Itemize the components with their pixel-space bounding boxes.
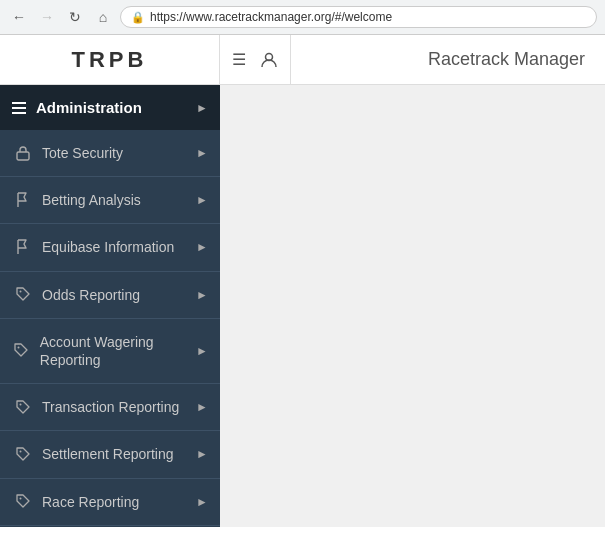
betting-analysis-label: Betting Analysis bbox=[42, 191, 141, 209]
odds-reporting-label: Odds Reporting bbox=[42, 286, 140, 304]
lock-icon bbox=[14, 144, 32, 162]
menu-icon bbox=[12, 102, 26, 114]
sidebar-item-tote-security[interactable]: Tote Security ► bbox=[0, 130, 220, 177]
tag-icon bbox=[14, 445, 32, 463]
svg-point-5 bbox=[19, 450, 21, 452]
sidebar-item-left: Tote Security bbox=[14, 144, 123, 162]
sidebar: Administration ► Tote Security ► bbox=[0, 85, 220, 527]
administration-label: Administration bbox=[36, 99, 142, 116]
svg-point-4 bbox=[19, 403, 21, 405]
flag-icon bbox=[14, 238, 32, 256]
browser-chrome: ← → ↻ ⌂ 🔒 https://www.racetrackmanager.o… bbox=[0, 0, 605, 35]
svg-point-3 bbox=[18, 347, 20, 349]
sidebar-item-settlement-reporting[interactable]: Settlement Reporting ► bbox=[0, 431, 220, 478]
address-bar[interactable]: 🔒 https://www.racetrackmanager.org/#/wel… bbox=[120, 6, 597, 28]
main-content: Administration ► Tote Security ► bbox=[0, 85, 605, 527]
content-area bbox=[220, 85, 605, 527]
app-container: TRPB ☰ Racetrack Manager bbox=[0, 35, 605, 527]
chevron-right-icon: ► bbox=[196, 495, 208, 509]
sidebar-header-left: Administration bbox=[12, 99, 142, 116]
account-wagering-reporting-label: Account Wagering Reporting bbox=[40, 333, 196, 369]
logo: TRPB bbox=[0, 35, 220, 84]
svg-rect-1 bbox=[17, 152, 29, 160]
sidebar-item-left: Transaction Reporting bbox=[14, 398, 179, 416]
svg-point-6 bbox=[19, 498, 21, 500]
transaction-reporting-label: Transaction Reporting bbox=[42, 398, 179, 416]
sidebar-item-equibase-information[interactable]: Equibase Information ► bbox=[0, 224, 220, 271]
app-title: Racetrack Manager bbox=[428, 49, 585, 70]
settlement-reporting-label: Settlement Reporting bbox=[42, 445, 174, 463]
chevron-right-icon: ► bbox=[196, 447, 208, 461]
url-text: https://www.racetrackmanager.org/#/welco… bbox=[150, 10, 392, 24]
equibase-information-label: Equibase Information bbox=[42, 238, 174, 256]
back-button[interactable]: ← bbox=[8, 6, 30, 28]
chevron-right-icon: ► bbox=[196, 240, 208, 254]
chevron-right-icon: ► bbox=[196, 400, 208, 414]
tag-icon bbox=[14, 342, 30, 360]
sidebar-item-left: Race Reporting bbox=[14, 493, 139, 511]
svg-point-2 bbox=[19, 291, 21, 293]
sidebar-item-odds-reporting[interactable]: Odds Reporting ► bbox=[0, 272, 220, 319]
tag-icon bbox=[14, 286, 32, 304]
header-icons: ☰ bbox=[220, 35, 291, 84]
tag-icon bbox=[14, 398, 32, 416]
chevron-right-icon: ► bbox=[196, 193, 208, 207]
sidebar-item-left: Account Wagering Reporting bbox=[14, 333, 196, 369]
sidebar-item-race-reporting[interactable]: Race Reporting ► bbox=[0, 479, 220, 526]
forward-button[interactable]: → bbox=[36, 6, 58, 28]
chevron-right-icon: ► bbox=[196, 288, 208, 302]
sidebar-item-left: Settlement Reporting bbox=[14, 445, 174, 463]
browser-toolbar: ← → ↻ ⌂ 🔒 https://www.racetrackmanager.o… bbox=[0, 0, 605, 34]
tag-icon bbox=[14, 493, 32, 511]
chevron-right-icon: ► bbox=[196, 101, 208, 115]
flag-icon bbox=[14, 191, 32, 209]
race-reporting-label: Race Reporting bbox=[42, 493, 139, 511]
sidebar-item-betting-analysis[interactable]: Betting Analysis ► bbox=[0, 177, 220, 224]
chevron-right-icon: ► bbox=[196, 344, 208, 358]
sidebar-item-account-wagering-reporting[interactable]: Account Wagering Reporting ► bbox=[0, 319, 220, 384]
lock-icon: 🔒 bbox=[131, 11, 145, 24]
sidebar-item-left: Betting Analysis bbox=[14, 191, 141, 209]
app-header: TRPB ☰ Racetrack Manager bbox=[0, 35, 605, 85]
refresh-button[interactable]: ↻ bbox=[64, 6, 86, 28]
menu-button[interactable]: ☰ bbox=[232, 50, 246, 69]
sidebar-item-administration[interactable]: Administration ► bbox=[0, 85, 220, 130]
user-button[interactable] bbox=[260, 51, 278, 69]
home-button[interactable]: ⌂ bbox=[92, 6, 114, 28]
sidebar-item-left: Equibase Information bbox=[14, 238, 174, 256]
sidebar-item-transaction-reporting[interactable]: Transaction Reporting ► bbox=[0, 384, 220, 431]
header-title: Racetrack Manager bbox=[291, 49, 605, 70]
chevron-right-icon: ► bbox=[196, 146, 208, 160]
sidebar-item-left: Odds Reporting bbox=[14, 286, 140, 304]
tote-security-label: Tote Security bbox=[42, 144, 123, 162]
